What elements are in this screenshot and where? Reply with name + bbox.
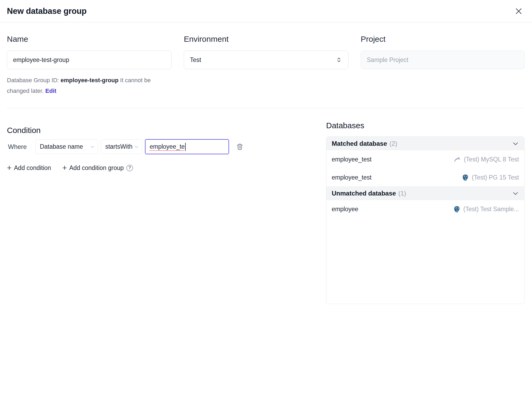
delete-condition-button[interactable] (233, 140, 247, 153)
condition-value-text: employee_te (150, 143, 185, 150)
matched-group-header[interactable]: Matched database(2) (326, 137, 524, 150)
group-id-note: Database Group ID: employee-test-group I… (7, 75, 172, 96)
database-name: employee (332, 206, 358, 213)
plus-icon: + (7, 164, 12, 172)
instance-label: (Test) Test Sample... (463, 206, 519, 213)
environment-label: Environment (184, 34, 348, 44)
postgresql-icon (453, 206, 460, 213)
group-id-value: employee-test-group (61, 77, 119, 84)
databases-section: Databases Matched database(2) employee_t… (326, 120, 525, 304)
matched-group-titlewrap: Matched database(2) (332, 140, 397, 147)
databases-heading: Databases (326, 120, 525, 131)
database-instance: (Test) PG 15 Test (462, 174, 519, 181)
mysql-icon (454, 156, 461, 163)
chevron-down-icon (134, 144, 139, 150)
condition-row: Where Database name startsWith employee_… (7, 139, 326, 154)
add-condition-label: Add condition (14, 164, 51, 172)
edit-link[interactable]: Edit (45, 88, 56, 94)
instance-label: (Test) PG 15 Test (472, 174, 519, 181)
help-icon[interactable]: ? (126, 165, 133, 171)
dialog-title: New database group (7, 6, 87, 16)
condition-section: Condition Where Database name startsWith… (7, 120, 326, 304)
plus-icon: + (62, 164, 67, 172)
unmatched-group-titlewrap: Unmatched database(1) (332, 190, 406, 197)
condition-heading: Condition (7, 125, 326, 135)
trash-icon (236, 143, 243, 150)
group-id-prefix: Database Group ID: (7, 77, 59, 84)
dialog-header: New database group (0, 0, 532, 22)
database-row[interactable]: employee_test (Test) MySQL 8 Test (326, 150, 524, 168)
database-row[interactable]: employee (Test) Test Sample... (326, 200, 524, 218)
environment-field: Environment Test (184, 34, 348, 96)
database-name: employee_test (332, 156, 372, 163)
where-label: Where (8, 143, 27, 151)
unmatched-group-count: (1) (398, 190, 406, 197)
project-label: Project (361, 34, 525, 44)
lower-section: Condition Where Database name startsWith… (7, 120, 525, 304)
add-condition-group-button[interactable]: + Add condition group (62, 164, 124, 172)
matched-group-count: (2) (389, 140, 397, 147)
project-value: Sample Project (367, 56, 408, 64)
environment-select[interactable]: Test (184, 51, 348, 69)
chevron-down-icon (512, 190, 519, 197)
dialog-body: Name Database Group ID: employee-test-gr… (0, 34, 532, 304)
matched-group-title: Matched database (332, 140, 387, 147)
name-field: Name Database Group ID: employee-test-gr… (7, 34, 172, 96)
condition-value-input[interactable]: employee_te (145, 139, 229, 154)
environment-value: Test (190, 56, 201, 64)
text-caret (185, 143, 186, 151)
database-row[interactable]: employee_test (Test) PG 15 Test (326, 168, 524, 186)
add-condition-button[interactable]: + Add condition (7, 164, 51, 172)
chevron-down-icon (89, 144, 95, 150)
unmatched-group-title: Unmatched database (332, 190, 396, 197)
database-instance: (Test) Test Sample... (453, 206, 519, 213)
select-updown-icon (335, 56, 342, 63)
instance-label: (Test) MySQL 8 Test (464, 156, 519, 163)
project-field: Project Sample Project (361, 34, 525, 96)
unmatched-group-header[interactable]: Unmatched database(1) (326, 186, 524, 200)
database-name: employee_test (332, 174, 372, 181)
databases-panel: Matched database(2) employee_test (Test)… (326, 136, 525, 304)
name-label: Name (7, 34, 172, 44)
condition-field-value: Database name (40, 143, 83, 150)
chevron-down-icon (512, 140, 519, 147)
project-input: Sample Project (361, 51, 525, 69)
database-instance: (Test) MySQL 8 Test (454, 156, 519, 163)
condition-field-select[interactable]: Database name (35, 139, 98, 154)
postgresql-icon (462, 174, 469, 181)
name-input[interactable] (7, 51, 172, 69)
section-divider (7, 108, 525, 108)
condition-operator-value: startsWith (105, 143, 132, 150)
condition-actions: + Add condition + Add condition group ? (7, 164, 326, 172)
close-icon (514, 7, 523, 15)
form-row: Name Database Group ID: employee-test-gr… (7, 34, 525, 96)
add-condition-group-label: Add condition group (69, 164, 124, 172)
condition-operator-select[interactable]: startsWith (101, 139, 142, 154)
close-button[interactable] (513, 6, 524, 16)
